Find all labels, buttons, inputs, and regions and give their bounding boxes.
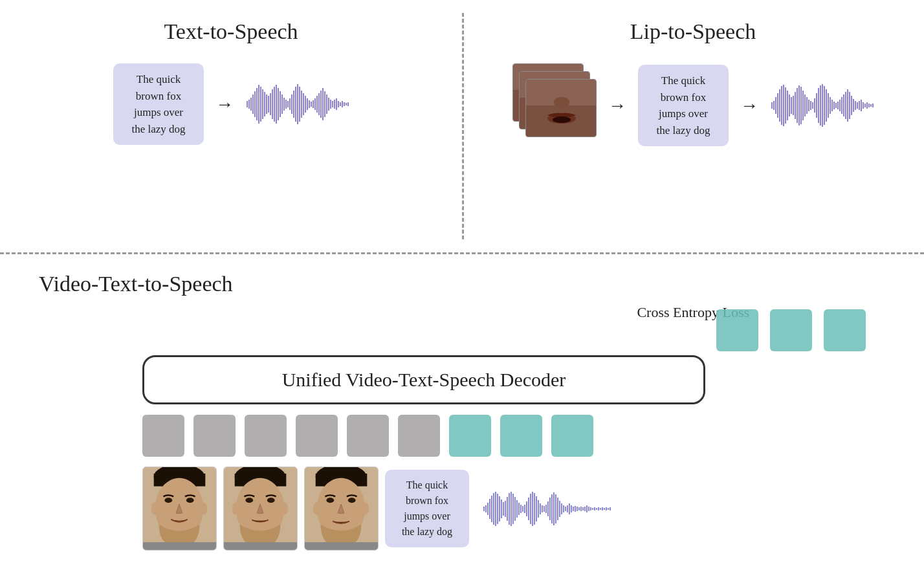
svg-rect-162 — [497, 494, 498, 524]
svg-rect-127 — [872, 104, 874, 107]
svg-point-133 — [186, 498, 194, 503]
svg-point-132 — [164, 498, 172, 503]
lts-flow: → The quickbrown foxjumps overthe lazy d… — [512, 63, 874, 148]
svg-rect-197 — [565, 507, 566, 511]
svg-rect-12 — [270, 93, 271, 115]
svg-rect-161 — [495, 492, 496, 526]
svg-rect-84 — [789, 94, 790, 116]
bottom-section: Video-Text-to-Speech Cross Entropy Loss … — [0, 259, 924, 581]
svg-rect-103 — [826, 89, 827, 122]
svg-rect-6 — [258, 85, 259, 124]
svg-rect-187 — [545, 505, 547, 513]
svg-point-141 — [245, 498, 253, 503]
svg-rect-124 — [866, 102, 868, 109]
svg-rect-156 — [485, 505, 487, 512]
svg-rect-202 — [575, 506, 576, 512]
svg-rect-99 — [818, 88, 819, 123]
svg-point-150 — [326, 498, 334, 503]
svg-point-153 — [361, 502, 369, 515]
svg-rect-206 — [582, 507, 584, 510]
svg-rect-8 — [262, 89, 263, 119]
tts-flow: The quickbrown foxjumps overthe lazy dog… — [113, 63, 349, 145]
svg-rect-201 — [573, 507, 574, 511]
svg-rect-46 — [336, 98, 337, 110]
svg-rect-159 — [491, 496, 492, 522]
svg-rect-43 — [330, 100, 331, 109]
svg-rect-116 — [851, 96, 852, 115]
svg-rect-78 — [777, 93, 778, 118]
svg-rect-158 — [489, 499, 490, 519]
svg-rect-114 — [847, 89, 848, 122]
vtts-text-box: The quickbrown foxjumps overthe lazy dog — [385, 470, 469, 547]
input-grey-token-5 — [347, 415, 389, 457]
svg-rect-121 — [861, 100, 862, 111]
svg-rect-4 — [254, 91, 256, 117]
svg-rect-180 — [532, 492, 533, 526]
svg-rect-7 — [260, 87, 261, 122]
svg-rect-171 — [514, 497, 516, 521]
lts-title: Lip-to-Speech — [630, 19, 756, 44]
output-token-3 — [824, 309, 866, 351]
svg-rect-188 — [547, 501, 549, 516]
svg-rect-214 — [598, 507, 599, 510]
tts-text-box: The quickbrown foxjumps overthe lazy dog — [113, 63, 204, 145]
svg-rect-178 — [528, 498, 529, 520]
svg-rect-175 — [522, 506, 523, 512]
svg-rect-168 — [509, 493, 510, 525]
svg-rect-10 — [266, 94, 267, 114]
svg-point-142 — [267, 498, 275, 503]
svg-rect-13 — [272, 89, 273, 119]
svg-rect-119 — [857, 102, 858, 109]
svg-rect-76 — [773, 101, 775, 110]
svg-rect-82 — [785, 87, 786, 124]
face-frame-1 — [142, 466, 217, 551]
svg-rect-3 — [252, 94, 254, 114]
face-frame-2 — [223, 466, 298, 551]
svg-rect-88 — [797, 88, 798, 123]
svg-rect-37 — [318, 93, 320, 115]
svg-rect-52 — [347, 102, 349, 106]
svg-rect-47 — [338, 101, 339, 107]
svg-rect-33 — [311, 102, 312, 107]
svg-rect-209 — [588, 507, 589, 511]
svg-rect-19 — [283, 98, 285, 111]
svg-rect-157 — [487, 503, 489, 515]
svg-rect-166 — [505, 501, 506, 517]
svg-rect-164 — [501, 499, 502, 518]
svg-point-152 — [313, 502, 321, 515]
svg-rect-101 — [822, 84, 823, 127]
lts-arrow2: → — [740, 95, 758, 116]
svg-rect-110 — [839, 100, 841, 111]
svg-rect-1 — [248, 100, 250, 109]
svg-rect-16 — [278, 88, 279, 120]
svg-rect-179 — [530, 494, 531, 524]
svg-rect-18 — [281, 94, 283, 114]
tts-title: Text-to-Speech — [164, 19, 298, 44]
svg-rect-205 — [580, 507, 582, 511]
svg-rect-199 — [569, 503, 570, 514]
svg-rect-207 — [584, 507, 586, 511]
svg-rect-106 — [831, 100, 833, 111]
svg-rect-185 — [542, 505, 543, 512]
vtts-title: Video-Text-to-Speech — [39, 272, 885, 296]
svg-rect-211 — [592, 508, 593, 510]
svg-rect-182 — [536, 496, 537, 521]
vtts-waveform — [482, 491, 611, 527]
svg-rect-36 — [316, 96, 318, 113]
svg-rect-117 — [853, 99, 854, 112]
lip-image-stack — [512, 63, 597, 148]
svg-rect-208 — [586, 505, 588, 512]
svg-rect-215 — [600, 508, 601, 510]
svg-point-74 — [553, 116, 571, 123]
svg-point-135 — [199, 502, 207, 515]
svg-rect-198 — [567, 505, 568, 512]
svg-rect-51 — [346, 103, 347, 105]
face-frame-3 — [304, 466, 379, 551]
top-section: Text-to-Speech The quickbrown foxjumps o… — [0, 0, 924, 252]
svg-rect-212 — [594, 507, 595, 510]
svg-rect-83 — [787, 91, 788, 120]
svg-rect-20 — [285, 100, 287, 109]
svg-rect-108 — [835, 103, 837, 108]
svg-point-143 — [232, 502, 240, 515]
svg-rect-97 — [814, 98, 815, 113]
